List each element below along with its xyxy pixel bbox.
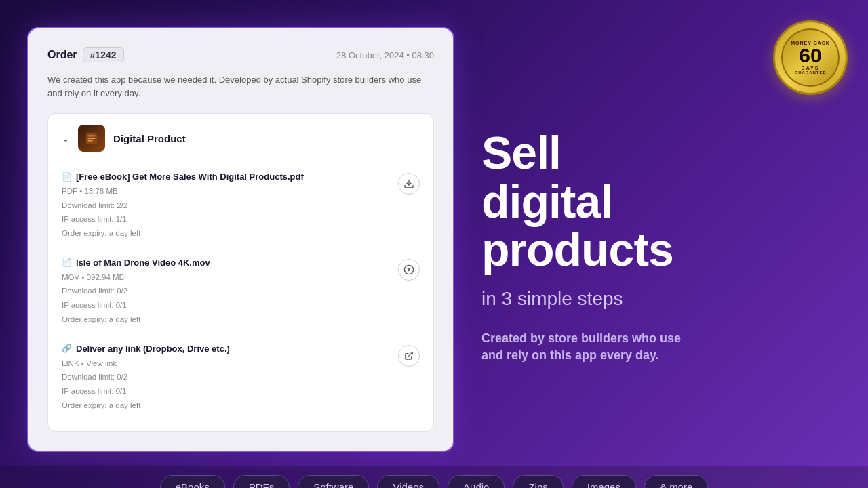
hero-subtitle: in 3 simple steps [481, 288, 841, 310]
file-info-1: 📄 [Free eBook] Get More Sales With Digit… [62, 171, 398, 241]
tag-more[interactable]: & more [644, 475, 708, 488]
order-date: 28 October, 2024 • 08:30 [336, 50, 434, 60]
file-item: 📄 [Free eBook] Get More Sales With Digit… [62, 163, 420, 249]
link-icon: 🔗 [62, 344, 72, 353]
order-description: We created this app because we needed it… [47, 73, 434, 100]
file-doc-icon: 📄 [62, 172, 72, 182]
svg-marker-6 [408, 268, 411, 271]
file-meta-1: PDF • 13.78 MB Download limit: 2/2 IP ac… [62, 184, 398, 241]
product-card: ⌄ Digital Product 📄 [Free eBook] [47, 113, 434, 432]
file-info-3: 🔗 Deliver any link (Dropbox, Drive etc.)… [62, 344, 398, 413]
tag-software[interactable]: Software [298, 475, 369, 488]
tag-videos[interactable]: Videos [377, 475, 439, 488]
money-back-badge: MONEY BACK 60 DAYS GUARANTEE [773, 20, 848, 95]
file-info-2: 📄 Isle of Man Drone Video 4K.mov MOV • 3… [62, 258, 398, 327]
order-title: Order #1242 [47, 47, 124, 62]
badge-days: 60 [799, 45, 821, 66]
file-video-icon: 📄 [62, 258, 72, 267]
file-name-2: 📄 Isle of Man Drone Video 4K.mov [62, 258, 398, 268]
bottom-tags: eBooks PDFs Software Videos Audio Zips I… [0, 466, 868, 488]
order-header: Order #1242 28 October, 2024 • 08:30 [47, 47, 434, 62]
svg-rect-2 [88, 138, 96, 139]
file-meta-2: MOV • 392.94 MB Download limit: 0/2 IP a… [62, 270, 398, 327]
svg-rect-3 [88, 140, 93, 142]
hero-title: Selldigitalproducts [481, 129, 841, 274]
hero-tagline: Created by store builders who useand rel… [481, 330, 841, 364]
chevron-down-icon[interactable]: ⌄ [62, 133, 70, 144]
product-header: ⌄ Digital Product [62, 125, 420, 152]
file-name-1: 📄 [Free eBook] Get More Sales With Digit… [62, 171, 398, 182]
order-number: #1242 [83, 47, 124, 62]
svg-line-7 [408, 352, 412, 356]
tag-images[interactable]: Images [572, 475, 636, 488]
tag-audio[interactable]: Audio [448, 475, 505, 488]
external-link-button-3[interactable] [398, 345, 420, 367]
badge-days-label: DAYS [802, 66, 820, 70]
file-item-2: 📄 Isle of Man Drone Video 4K.mov MOV • 3… [62, 249, 420, 335]
order-panel: Order #1242 28 October, 2024 • 08:30 We … [27, 27, 454, 452]
badge-bottom-text: GUARANTEE [794, 70, 826, 75]
file-item-3: 🔗 Deliver any link (Dropbox, Drive etc.)… [62, 335, 420, 421]
svg-rect-1 [88, 135, 96, 136]
main-content: Order #1242 28 October, 2024 • 08:30 We … [0, 0, 868, 466]
tag-zips[interactable]: Zips [513, 475, 563, 488]
file-name-3: 🔗 Deliver any link (Dropbox, Drive etc.) [62, 344, 398, 354]
product-name: Digital Product [113, 133, 186, 144]
play-button-2[interactable] [398, 259, 420, 281]
tag-pdfs[interactable]: PDFs [233, 475, 290, 488]
download-button-1[interactable] [398, 173, 420, 195]
file-meta-3: LINK • View link Download limit: 0/2 IP … [62, 357, 398, 413]
order-label: Order [47, 49, 77, 61]
tag-ebooks[interactable]: eBooks [160, 475, 225, 488]
product-icon [78, 125, 105, 152]
